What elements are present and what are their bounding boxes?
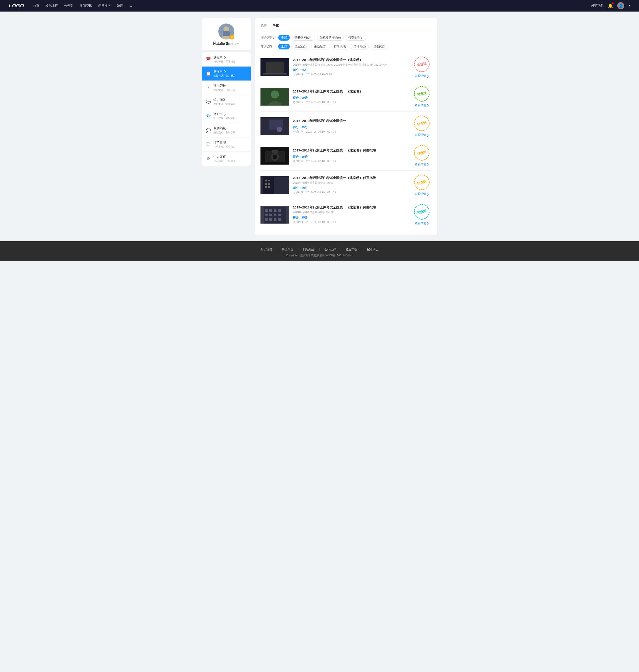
account-icon: 💎 xyxy=(206,114,211,119)
exam-stamp: 已批阅 xyxy=(412,202,431,221)
footer: 关于我们 | 加盟代理 | 网站地图 | 合作伙伴 | 免责声明 | 招贤纳士 … xyxy=(0,241,639,260)
filter-tag-random-type[interactable]: 随机抽题考试(5) xyxy=(317,35,344,41)
exam-stamp: 待批阅 xyxy=(412,143,431,162)
svg-rect-26 xyxy=(268,186,270,188)
settings-icon: ⚙ xyxy=(206,156,211,161)
nav-more[interactable]: ... xyxy=(129,4,132,8)
qa-label: 学习问答 xyxy=(214,98,247,102)
svg-rect-40 xyxy=(278,218,281,221)
nav-news[interactable]: 新闻资讯 xyxy=(80,4,92,8)
exam-info: 2017–2018年行测证件考试全国统一（北京卷）付费批卷 2018年行测考试是… xyxy=(293,205,408,224)
exam-detail-link[interactable]: 查看详情 ❯ xyxy=(415,221,429,225)
filter-tag-paid-type[interactable]: 付费批卷(6) xyxy=(345,35,366,41)
svg-rect-5 xyxy=(266,62,284,73)
avatar[interactable]: 👤 xyxy=(617,2,624,9)
footer-sitemap[interactable]: 网站地图 xyxy=(303,247,315,252)
sidebar-item-settings[interactable]: ⚙ 个人设置 个人信息、一键管理 xyxy=(202,152,251,166)
exam-card: 2017–2018年行测证件考试全国统一 得分：99分 考试时间：2019–05… xyxy=(261,112,432,141)
sidebar-menu: 📅 课程中心 精彩课程、不容错过 📋 题库中心 海量习题、助力通关 🎖 证书荣誉… xyxy=(202,52,251,166)
svg-point-12 xyxy=(277,127,282,132)
exam-status: 待考试 查看详情 ❯ xyxy=(412,115,432,137)
exam-info: 2017–2018年行测证件考试全国统一（北京卷）付费批卷 2018年行测考试是… xyxy=(293,176,408,194)
sidebar-item-question-bank[interactable]: 📋 题库中心 海量习题、助力通关 xyxy=(202,66,251,81)
sidebar-item-messages[interactable]: 💭 我的消息 消息通知、及时了解 xyxy=(202,123,251,138)
account-label: 账户中心 xyxy=(214,112,247,116)
tab-exam[interactable]: 考试 xyxy=(272,23,279,30)
chevron-down-icon[interactable]: ▾ xyxy=(629,4,630,7)
app-download-link[interactable]: APP下载 xyxy=(591,4,604,8)
filter-status-pending-review[interactable]: 待批阅(2) xyxy=(351,44,369,49)
filter-status-failed[interactable]: 未通过(2) xyxy=(311,44,329,49)
svg-point-8 xyxy=(271,91,279,98)
tab-question-bank[interactable]: 题库 xyxy=(261,23,267,30)
notification-badge xyxy=(612,2,614,4)
exam-detail-link[interactable]: 查看详情 ❯ xyxy=(415,74,429,78)
svg-rect-37 xyxy=(265,218,268,221)
exam-thumbnail xyxy=(261,147,289,164)
content-area: 题库 考试 考试类型： 全部 证书类考试(4) 随机抽题考试(5) 付费批卷(6… xyxy=(255,18,437,235)
filter-status-reviewed[interactable]: 已批阅(2) xyxy=(371,44,389,49)
notification-bell[interactable]: 🔔 xyxy=(608,3,613,8)
footer-jobs[interactable]: 招贤纳士 xyxy=(367,247,378,252)
svg-rect-33 xyxy=(265,213,268,216)
exam-title: 2017–2018年行测证件考试全国统一（北京卷）付费批卷 xyxy=(293,176,408,180)
footer-partners[interactable]: 合作伙伴 xyxy=(324,247,336,252)
footer-franchise[interactable]: 加盟代理 xyxy=(282,247,293,252)
filter-type-row: 考试类型： 全部 证书类考试(4) 随机抽题考试(5) 付费批卷(6) xyxy=(261,35,432,41)
nav-discover[interactable]: 发现课程 xyxy=(46,4,58,8)
filter-status-passed[interactable]: 已通过(2) xyxy=(292,44,310,49)
sidebar-username: Natalie Smith ✎ xyxy=(205,42,247,46)
svg-rect-23 xyxy=(265,183,267,185)
sidebar-item-qa[interactable]: 💬 学习问答 课后重温、疑难解答 xyxy=(202,95,251,109)
orders-sublabel: 订单支出、明明白白 xyxy=(214,145,247,148)
exam-title: 2017–2018年行测证件考试全国统一 xyxy=(293,119,408,123)
qa-sublabel: 课后重温、疑难解答 xyxy=(214,102,247,106)
sidebar-item-account[interactable]: 💎 账户中心 个人权益、实时掌握 xyxy=(202,109,251,123)
exam-status: 已批阅 查看详情 ❯ xyxy=(412,204,432,225)
exam-detail-link[interactable]: 查看详情 ❯ xyxy=(415,192,429,196)
exam-thumbnail xyxy=(261,88,289,106)
filter-status-row: 考试状态 全部 已通过(2) 未通过(2) 待考试(2) 待批阅(2) 已批阅(… xyxy=(261,44,432,49)
exam-card: 2017–2018年行测证件考试全国统一（北京卷） 2018年行测考试是最值得多… xyxy=(261,52,432,82)
svg-rect-24 xyxy=(268,183,270,185)
nav-qa[interactable]: 问答社区 xyxy=(98,4,111,8)
exam-status: 待批阅 查看详情 ❯ xyxy=(412,145,432,166)
filter-status-all[interactable]: 全部 xyxy=(278,44,290,49)
exam-detail-link[interactable]: 查看详情 ❯ xyxy=(415,103,429,107)
certificate-icon: 🎖 xyxy=(206,85,211,90)
exam-detail-link[interactable]: 查看详情 ❯ xyxy=(415,133,429,137)
sidebar-item-orders[interactable]: 📄 订单管理 订单支出、明明白白 xyxy=(202,138,251,152)
exam-thumbnail xyxy=(261,206,289,224)
logo[interactable]: LOGO xyxy=(9,3,24,9)
svg-rect-32 xyxy=(278,209,281,212)
edit-icon[interactable]: ✎ xyxy=(237,42,239,46)
messages-label: 我的消息 xyxy=(214,126,247,130)
exam-title: 2017–2018年行测证件考试全国统一（北京卷）付费批卷 xyxy=(293,205,408,210)
nav-home[interactable]: 首页 xyxy=(33,4,39,8)
svg-rect-35 xyxy=(274,213,277,216)
nav-open-course[interactable]: 公开课 xyxy=(64,4,74,8)
exam-score: 得分：25分 xyxy=(293,155,408,159)
svg-rect-29 xyxy=(265,209,268,212)
filter-tag-certificate-type[interactable]: 证书类考试(4) xyxy=(292,35,315,41)
exam-detail-link[interactable]: 查看详情 ❯ xyxy=(415,162,429,166)
exam-score: 得分：25分 xyxy=(293,215,408,220)
sidebar-item-course[interactable]: 📅 课程中心 精彩课程、不容错过 xyxy=(202,52,251,66)
footer-about[interactable]: 关于我们 xyxy=(261,247,272,252)
badge-icon: ⭐ xyxy=(230,35,234,39)
content-tabs: 题库 考试 xyxy=(261,23,432,30)
course-icon: 📅 xyxy=(206,57,211,62)
sidebar-item-certificate[interactable]: 🎖 证书荣誉 收获荣誉、持证上岗 xyxy=(202,81,251,95)
account-sublabel: 个人权益、实时掌握 xyxy=(214,117,247,120)
filter-tag-all-type[interactable]: 全部 xyxy=(278,35,290,41)
nav-question-bank[interactable]: 题库 xyxy=(117,4,123,8)
filter-status-pending-exam[interactable]: 待考试(2) xyxy=(331,44,349,49)
exam-title: 2017–2018年行测证件考试全国统一（北京卷）付费批卷 xyxy=(293,148,408,153)
svg-rect-30 xyxy=(269,209,272,212)
exam-title: 2017–2018年行测证件考试全国统一（北京卷） xyxy=(293,90,408,94)
exam-score: 得分：99分 xyxy=(293,186,408,190)
exam-card: 2017–2018年行测证件考试全国统一（北京卷）付费批卷 2018年行测考试是… xyxy=(261,171,432,200)
chevron-right-icon: ❯ xyxy=(427,104,429,107)
footer-disclaimer[interactable]: 免责声明 xyxy=(346,247,357,252)
main-container: ⭐ Natalie Smith ✎ 📅 课程中心 精彩课程、不容错过 📋 题库中… xyxy=(198,18,441,235)
